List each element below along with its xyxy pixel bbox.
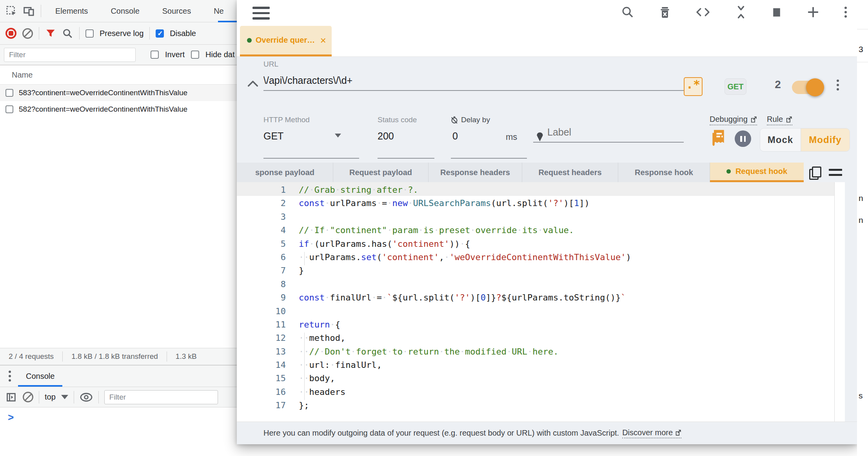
more-options-icon[interactable] <box>844 7 847 18</box>
record-button[interactable] <box>5 28 16 39</box>
device-toolbar-icon[interactable] <box>23 5 35 17</box>
override-rule-tab[interactable]: Override quer… × <box>240 26 332 56</box>
divider <box>39 391 39 404</box>
code-line[interactable]: 15··body, <box>237 372 834 385</box>
modify-option[interactable]: Modify <box>801 128 850 151</box>
resize-handle-icon[interactable] <box>829 169 842 176</box>
eye-icon[interactable] <box>80 392 93 402</box>
override-tab-label: Override quer… <box>256 36 316 45</box>
code-line[interactable]: 7} <box>237 264 834 277</box>
row-checkbox[interactable] <box>5 105 13 113</box>
row-checkbox[interactable] <box>5 89 13 97</box>
code-line[interactable]: 10 <box>237 305 834 318</box>
code-line[interactable]: 14··url:·finalUrl, <box>237 358 834 372</box>
code-line[interactable]: 16··headers <box>237 385 834 399</box>
request-hook-label: Request hook <box>735 167 787 176</box>
tab-console[interactable]: Console <box>102 0 148 22</box>
stop-icon[interactable] <box>772 6 782 18</box>
external-link-icon <box>785 116 792 123</box>
tab-sources[interactable]: Sources <box>154 0 200 22</box>
clear-button[interactable] <box>22 28 33 39</box>
delete-all-icon[interactable] <box>659 5 671 19</box>
inspect-icon[interactable] <box>5 5 17 17</box>
external-link-icon <box>675 429 681 436</box>
clear-console-icon[interactable] <box>23 392 33 402</box>
request-row[interactable]: 583?continent=weOverrideContinentWithThi… <box>0 85 251 101</box>
tab-elements[interactable]: Elements <box>47 0 96 22</box>
rule-enabled-toggle[interactable] <box>792 81 822 94</box>
field-underline <box>378 158 434 159</box>
http-method-value[interactable]: GET <box>263 130 283 142</box>
code-line[interactable]: 11return·{ <box>237 318 834 331</box>
discover-more-link[interactable]: Discover more <box>622 428 681 438</box>
preserve-log-checkbox[interactable] <box>85 29 94 38</box>
tab-response-headers[interactable]: Response headers <box>429 163 522 182</box>
regex-toggle-button[interactable]: .* <box>684 77 703 96</box>
tab-console-drawer[interactable]: Console <box>16 366 64 387</box>
url-label: URL <box>263 60 278 69</box>
tab-request-headers[interactable]: Request headers <box>522 163 618 182</box>
code-editor[interactable]: 1//·Grab·string·after·?.2const·urlParams… <box>237 182 845 422</box>
tab-response-hook[interactable]: Response hook <box>618 163 710 182</box>
divider <box>98 391 99 404</box>
url-pattern-input[interactable] <box>263 75 684 91</box>
tab-network[interactable]: Ne <box>205 0 232 22</box>
tab-request-payload[interactable]: Request payload <box>333 163 429 182</box>
editor-scrollbar[interactable] <box>834 182 835 422</box>
pause-button[interactable] <box>735 130 751 147</box>
code-line[interactable]: 12··method, <box>237 331 834 345</box>
divider <box>41 5 41 17</box>
code-line[interactable]: 6··urlParams.set('continent',·'weOverrid… <box>237 251 834 264</box>
code-line[interactable]: 13··//·Don't·forget·to·return·the·modifi… <box>237 345 834 358</box>
chevron-up-icon[interactable] <box>247 80 259 87</box>
code-line[interactable]: 9const·finalUrl·=·`${url.split('?')[0]}?… <box>237 291 834 304</box>
console-sidebar-icon[interactable] <box>5 392 17 403</box>
code-line[interactable]: 8 <box>237 278 834 291</box>
delay-unit: ms <box>506 132 517 142</box>
tab-response-payload[interactable]: sponse payload <box>237 163 333 182</box>
filter-icon[interactable] <box>45 28 56 39</box>
console-toolbar: top <box>0 387 251 407</box>
close-icon[interactable]: × <box>320 35 326 45</box>
chevron-down-icon[interactable] <box>335 134 341 138</box>
collapse-icon[interactable] <box>735 5 747 19</box>
label-input[interactable] <box>533 127 684 143</box>
timer-icon <box>450 116 459 124</box>
code-line[interactable]: 1//·Grab·string·after·?. <box>237 183 834 197</box>
drawer-menu-icon[interactable] <box>9 371 11 382</box>
mock-option[interactable]: Mock <box>760 128 801 151</box>
add-icon[interactable] <box>806 5 820 19</box>
debugging-link[interactable]: Debugging <box>710 115 757 125</box>
code-line[interactable]: 17}; <box>237 399 834 412</box>
code-line[interactable]: 4//·If·"continent"·param·is·preset·overr… <box>237 224 834 237</box>
console-prompt-icon[interactable]: > <box>8 411 14 423</box>
match-count: 2 <box>770 78 786 91</box>
disable-cache-checkbox[interactable] <box>156 29 164 38</box>
divider <box>857 29 868 29</box>
network-filter-input[interactable] <box>4 48 136 62</box>
rule-menu-icon[interactable] <box>837 80 839 90</box>
request-row[interactable]: 582?continent=weOverrideContinentWithThi… <box>0 101 251 118</box>
rule-link[interactable]: Rule <box>767 115 792 125</box>
code-view-icon[interactable] <box>695 6 710 18</box>
hook-help-bar: Here you can modify outgoing data of you… <box>237 422 857 444</box>
hide-data-urls-checkbox[interactable] <box>191 51 199 59</box>
invert-checkbox[interactable] <box>151 51 159 59</box>
search-icon[interactable] <box>62 28 73 39</box>
logs-icon[interactable] <box>710 128 727 148</box>
code-line[interactable]: 3 <box>237 210 834 224</box>
console-filter-input[interactable] <box>104 390 218 404</box>
code-line[interactable]: 2const·urlParams·=·new·URLSearchParams(u… <box>237 197 834 210</box>
tab-request-hook[interactable]: Request hook <box>710 163 804 182</box>
search-icon[interactable] <box>621 5 634 19</box>
field-underline <box>451 158 527 159</box>
name-column-header[interactable]: Name <box>0 65 251 85</box>
code-line[interactable]: 5if·(urlParams.has('continent'))·{ <box>237 237 834 251</box>
context-selector[interactable]: top <box>45 393 56 402</box>
delay-value[interactable]: 0 <box>452 130 458 142</box>
copy-icon[interactable] <box>809 166 819 178</box>
requests-count: 2 / 4 requests <box>0 352 62 361</box>
menu-icon[interactable] <box>252 7 270 20</box>
status-code-value[interactable]: 200 <box>378 130 394 142</box>
transferred-size: 1.8 kB / 1.8 kB transferred <box>63 352 167 361</box>
